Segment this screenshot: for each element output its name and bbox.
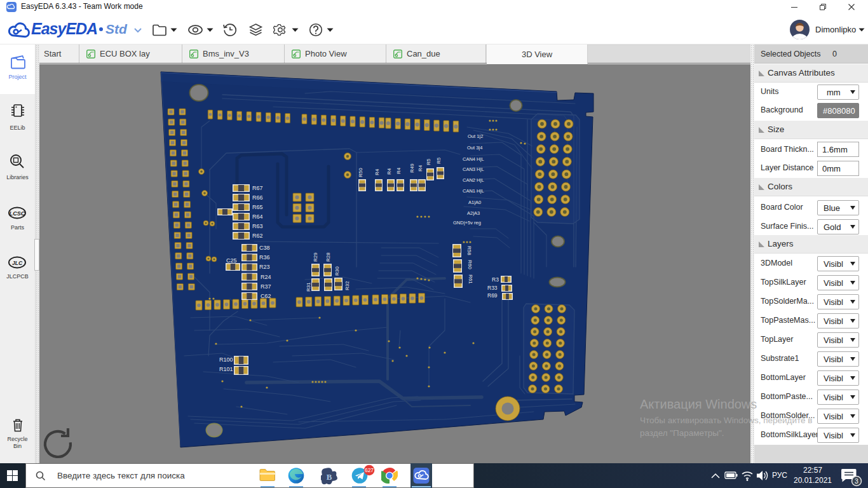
svg-text:C25: C25 <box>226 257 237 264</box>
svg-text:R4: R4 <box>417 165 423 172</box>
svg-text:R100: R100 <box>219 356 233 363</box>
svg-text:R65: R65 <box>252 204 263 210</box>
svg-text:R36: R36 <box>259 254 270 261</box>
svg-text:R5: R5 <box>426 158 431 165</box>
svg-text:R49: R49 <box>409 163 415 173</box>
svg-text:R23: R23 <box>259 264 270 270</box>
svg-text:R3: R3 <box>492 276 499 283</box>
svg-text:R69: R69 <box>487 292 498 299</box>
svg-text:R30: R30 <box>334 266 340 276</box>
svg-text:B: B <box>327 472 332 482</box>
svg-text:R4: R4 <box>386 168 392 175</box>
svg-text:CAN1 H|L: CAN1 H|L <box>463 188 484 194</box>
svg-text:GND|+5v reg: GND|+5v reg <box>453 220 481 226</box>
svg-text:R58: R58 <box>466 246 472 255</box>
svg-text:R32: R32 <box>344 281 350 290</box>
svg-text:CAN4 H|L: CAN4 H|L <box>463 156 484 162</box>
svg-text:R66: R66 <box>252 194 263 201</box>
svg-text:R31: R31 <box>306 282 311 292</box>
svg-text:R61: R61 <box>468 274 473 284</box>
svg-text:LCSC: LCSC <box>10 210 25 217</box>
svg-text:Out 3|4: Out 3|4 <box>467 145 482 151</box>
svg-text:R28: R28 <box>325 252 331 262</box>
svg-text:Out 1|2: Out 1|2 <box>468 133 483 139</box>
svg-text:R4: R4 <box>396 167 402 174</box>
svg-text:R29: R29 <box>313 252 318 262</box>
svg-text:R60: R60 <box>467 260 473 269</box>
svg-text:C38: C38 <box>259 245 270 251</box>
svg-text:R37: R37 <box>261 283 271 290</box>
svg-text:3: 3 <box>855 477 858 485</box>
svg-text:R62: R62 <box>252 233 263 239</box>
svg-text:A2|A3: A2|A3 <box>467 210 480 216</box>
svg-text:R5: R5 <box>436 157 442 164</box>
svg-text:R64: R64 <box>252 214 263 220</box>
svg-text:R24: R24 <box>261 274 271 280</box>
svg-text:R50: R50 <box>358 168 363 177</box>
svg-text:627: 627 <box>365 467 374 473</box>
svg-text:JLC: JLC <box>12 260 23 266</box>
svg-text:C62: C62 <box>261 293 271 299</box>
svg-text:CAN3 H|L: CAN3 H|L <box>463 166 484 172</box>
svg-text:R33: R33 <box>487 285 498 291</box>
svg-text:R67: R67 <box>252 185 263 191</box>
svg-text:A1|A0: A1|A0 <box>468 200 481 205</box>
svg-text:CAN2 H|L: CAN2 H|L <box>463 177 484 183</box>
svg-text:R63: R63 <box>252 223 263 229</box>
svg-text:R101: R101 <box>219 366 233 372</box>
svg-text:R4: R4 <box>374 168 380 175</box>
